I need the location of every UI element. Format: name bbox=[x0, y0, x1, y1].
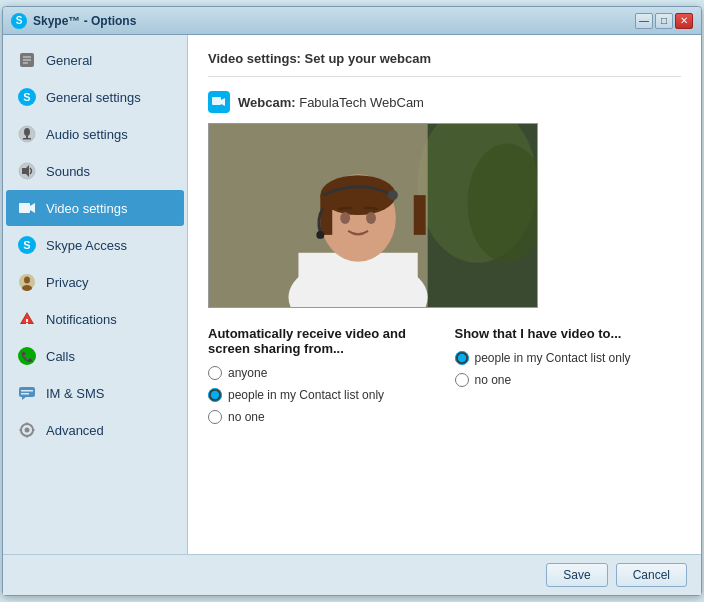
options-section: Automatically receive video and screen s… bbox=[208, 326, 681, 432]
content-header-label: Video settings: bbox=[208, 51, 301, 66]
svg-rect-7 bbox=[23, 138, 31, 140]
svg-rect-17 bbox=[26, 319, 28, 322]
webcam-name: FabulaTech WebCam bbox=[299, 95, 424, 110]
sidebar-item-calls[interactable]: 📞 Calls bbox=[6, 338, 184, 374]
sidebar-item-audio-settings-label: Audio settings bbox=[46, 127, 128, 142]
auto-receive-title: Automatically receive video and screen s… bbox=[208, 326, 435, 356]
webcam-label-text: Webcam: bbox=[238, 95, 296, 110]
svg-rect-27 bbox=[19, 430, 22, 431]
title-bar: S Skype™ - Options — □ ✕ bbox=[3, 7, 701, 35]
svg-point-14 bbox=[22, 285, 32, 291]
svg-point-42 bbox=[340, 212, 350, 224]
video-placeholder bbox=[209, 124, 537, 307]
svg-point-5 bbox=[24, 128, 30, 136]
auto-receive-noone-radio[interactable] bbox=[208, 410, 222, 424]
sidebar-item-skype-access-label: Skype Access bbox=[46, 238, 127, 253]
webcam-icon bbox=[208, 91, 230, 113]
svg-rect-1 bbox=[23, 56, 31, 58]
main-content: General S General settings Audio s bbox=[3, 35, 701, 554]
show-video-group: Show that I have video to... people in m… bbox=[455, 326, 682, 432]
show-video-noone-radio[interactable] bbox=[455, 373, 469, 387]
auto-receive-contacts-option[interactable]: people in my Contact list only bbox=[208, 388, 435, 402]
auto-receive-contacts-radio[interactable] bbox=[208, 388, 222, 402]
video-preview bbox=[208, 123, 538, 308]
svg-point-43 bbox=[366, 212, 376, 224]
maximize-button[interactable]: □ bbox=[655, 13, 673, 29]
window-title: Skype™ - Options bbox=[33, 14, 136, 28]
svg-rect-10 bbox=[19, 203, 30, 213]
sidebar-item-general-label: General bbox=[46, 53, 92, 68]
sidebar-item-calls-label: Calls bbox=[46, 349, 75, 364]
content-header-subtitle: Set up your webcam bbox=[305, 51, 431, 66]
sidebar-item-advanced-label: Advanced bbox=[46, 423, 104, 438]
minimize-button[interactable]: — bbox=[635, 13, 653, 29]
svg-point-13 bbox=[24, 277, 30, 284]
sidebar-item-general-settings-label: General settings bbox=[46, 90, 141, 105]
svg-rect-41 bbox=[414, 195, 426, 235]
skype-access-icon: S bbox=[16, 234, 38, 256]
svg-rect-18 bbox=[26, 323, 28, 325]
sidebar-item-video-settings-label: Video settings bbox=[46, 201, 127, 216]
auto-receive-group: Automatically receive video and screen s… bbox=[208, 326, 435, 432]
skype-icon-general-settings: S bbox=[16, 86, 38, 108]
sidebar-item-notifications[interactable]: Notifications bbox=[6, 301, 184, 337]
sidebar-item-general-settings[interactable]: S General settings bbox=[6, 79, 184, 115]
sidebar-item-general[interactable]: General bbox=[6, 42, 184, 78]
show-video-contacts-radio[interactable] bbox=[455, 351, 469, 365]
content-panel: Video settings: Set up your webcam Webca… bbox=[188, 35, 701, 554]
gear-icon bbox=[16, 49, 38, 71]
svg-point-47 bbox=[388, 190, 398, 200]
calls-icon: 📞 bbox=[16, 345, 38, 367]
app-icon: S bbox=[11, 13, 27, 29]
svg-marker-22 bbox=[22, 397, 26, 400]
close-button[interactable]: ✕ bbox=[675, 13, 693, 29]
footer: Save Cancel bbox=[3, 554, 701, 595]
show-video-noone-label: no one bbox=[475, 373, 512, 387]
sidebar-item-privacy-label: Privacy bbox=[46, 275, 89, 290]
webcam-section: Webcam: FabulaTech WebCam bbox=[208, 91, 681, 113]
content-header: Video settings: Set up your webcam bbox=[208, 51, 681, 77]
sidebar: General S General settings Audio s bbox=[3, 35, 188, 554]
svg-point-46 bbox=[316, 231, 324, 239]
svg-rect-2 bbox=[23, 59, 31, 61]
auto-receive-anyone-option[interactable]: anyone bbox=[208, 366, 435, 380]
save-button[interactable]: Save bbox=[546, 563, 607, 587]
svg-rect-40 bbox=[320, 195, 332, 235]
sounds-icon bbox=[16, 160, 38, 182]
auto-receive-anyone-radio[interactable] bbox=[208, 366, 222, 380]
svg-marker-30 bbox=[221, 98, 225, 106]
sidebar-item-privacy[interactable]: Privacy bbox=[6, 264, 184, 300]
svg-rect-25 bbox=[27, 422, 28, 425]
sidebar-item-im-sms[interactable]: IM & SMS bbox=[6, 375, 184, 411]
sidebar-item-video-settings[interactable]: Video settings bbox=[6, 190, 184, 226]
show-video-title: Show that I have video to... bbox=[455, 326, 682, 341]
notifications-icon bbox=[16, 308, 38, 330]
show-video-contacts-option[interactable]: people in my Contact list only bbox=[455, 351, 682, 365]
show-video-noone-option[interactable]: no one bbox=[455, 373, 682, 387]
svg-rect-3 bbox=[23, 62, 28, 64]
window-controls: — □ ✕ bbox=[635, 13, 693, 29]
sidebar-item-audio-settings[interactable]: Audio settings bbox=[6, 116, 184, 152]
svg-rect-29 bbox=[212, 97, 221, 105]
auto-receive-anyone-label: anyone bbox=[228, 366, 267, 380]
svg-rect-20 bbox=[21, 390, 33, 392]
svg-rect-19 bbox=[19, 387, 35, 397]
sidebar-item-skype-access[interactable]: S Skype Access bbox=[6, 227, 184, 263]
svg-rect-28 bbox=[32, 430, 35, 431]
im-sms-icon bbox=[16, 382, 38, 404]
video-icon bbox=[16, 197, 38, 219]
audio-icon bbox=[16, 123, 38, 145]
sidebar-item-im-sms-label: IM & SMS bbox=[46, 386, 105, 401]
auto-receive-contacts-label: people in my Contact list only bbox=[228, 388, 384, 402]
svg-rect-21 bbox=[21, 393, 29, 395]
sidebar-item-sounds[interactable]: Sounds bbox=[6, 153, 184, 189]
webcam-label: Webcam: FabulaTech WebCam bbox=[238, 95, 424, 110]
cancel-button[interactable]: Cancel bbox=[616, 563, 687, 587]
title-bar-left: S Skype™ - Options bbox=[11, 13, 136, 29]
sidebar-item-advanced[interactable]: Advanced bbox=[6, 412, 184, 448]
svg-point-24 bbox=[25, 428, 30, 433]
options-window: S Skype™ - Options — □ ✕ General bbox=[2, 6, 702, 596]
auto-receive-noone-option[interactable]: no one bbox=[208, 410, 435, 424]
svg-marker-11 bbox=[30, 203, 35, 213]
privacy-icon bbox=[16, 271, 38, 293]
